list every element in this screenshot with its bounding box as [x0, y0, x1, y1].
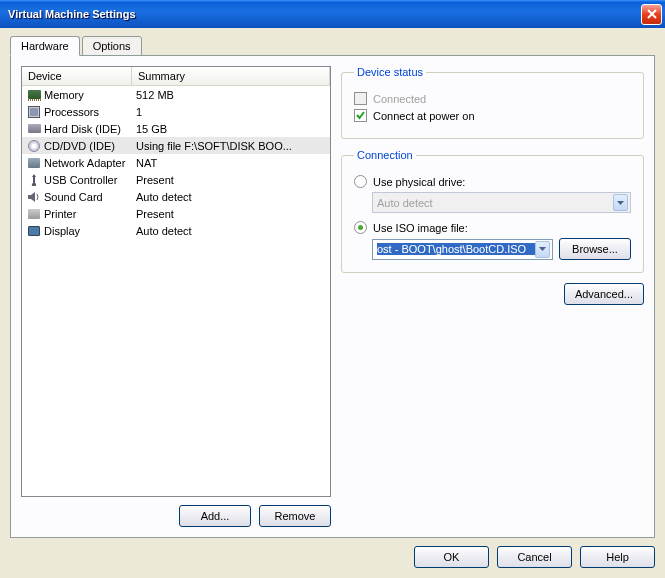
tab-options[interactable]: Options	[82, 36, 142, 56]
connection-legend: Connection	[354, 149, 416, 161]
device-summary: NAT	[136, 157, 326, 169]
device-summary: Auto detect	[136, 191, 326, 203]
harddisk-icon	[26, 122, 42, 136]
device-status-group: Device status Connected Connect at power…	[341, 66, 644, 139]
chevron-down-icon	[613, 194, 628, 211]
cancel-button[interactable]: Cancel	[497, 546, 572, 568]
device-row[interactable]: PrinterPresent	[22, 205, 330, 222]
printer-icon	[26, 207, 42, 221]
iso-radio[interactable]	[354, 221, 367, 234]
physical-drive-radio[interactable]	[354, 175, 367, 188]
check-icon	[355, 110, 366, 121]
advanced-row: Advanced...	[341, 283, 644, 305]
physical-drive-label: Use physical drive:	[373, 176, 465, 188]
physical-drive-combo-row: Auto detect	[372, 192, 631, 213]
device-name: Memory	[44, 89, 136, 101]
device-table-header: Device Summary	[22, 67, 330, 86]
physical-drive-value: Auto detect	[377, 197, 613, 209]
network-icon	[26, 156, 42, 170]
iso-combo-row: ost - BOOT\ghost\BootCD.ISO Browse...	[372, 238, 631, 260]
iso-value: ost - BOOT\ghost\BootCD.ISO	[377, 243, 535, 255]
dialog-content: Hardware Options Device Summary Memory51…	[0, 28, 665, 578]
device-summary: 15 GB	[136, 123, 326, 135]
device-status-legend: Device status	[354, 66, 426, 78]
tab-strip: Hardware Options	[10, 36, 655, 56]
device-row[interactable]: Processors1	[22, 103, 330, 120]
close-icon	[647, 9, 657, 19]
remove-button[interactable]: Remove	[259, 505, 331, 527]
add-button[interactable]: Add...	[179, 505, 251, 527]
display-icon	[26, 224, 42, 238]
memory-icon	[26, 88, 42, 102]
device-name: USB Controller	[44, 174, 136, 186]
left-panel: Device Summary Memory512 MBProcessors1Ha…	[21, 66, 331, 527]
right-panel: Device status Connected Connect at power…	[341, 66, 644, 527]
usb-icon	[26, 173, 42, 187]
connected-row[interactable]: Connected	[354, 92, 631, 105]
device-name: Hard Disk (IDE)	[44, 123, 136, 135]
device-summary: Using file F:\SOFT\DISK BOO...	[136, 140, 326, 152]
device-summary: 512 MB	[136, 89, 326, 101]
connected-checkbox	[354, 92, 367, 105]
device-table: Device Summary Memory512 MBProcessors1Ha…	[21, 66, 331, 497]
device-row[interactable]: Sound CardAuto detect	[22, 188, 330, 205]
device-name: Sound Card	[44, 191, 136, 203]
tab-panel: Device Summary Memory512 MBProcessors1Ha…	[10, 55, 655, 538]
processors-icon	[26, 105, 42, 119]
iso-combo[interactable]: ost - BOOT\ghost\BootCD.ISO	[372, 239, 553, 260]
device-summary: Present	[136, 208, 326, 220]
device-summary: Present	[136, 174, 326, 186]
window-title: Virtual Machine Settings	[8, 8, 641, 20]
connect-poweron-row[interactable]: Connect at power on	[354, 109, 631, 122]
chevron-down-icon[interactable]	[535, 241, 550, 258]
iso-row[interactable]: Use ISO image file:	[354, 221, 631, 234]
device-name: Network Adapter	[44, 157, 136, 169]
connect-poweron-checkbox[interactable]	[354, 109, 367, 122]
left-button-row: Add... Remove	[21, 505, 331, 527]
device-name: Printer	[44, 208, 136, 220]
browse-button[interactable]: Browse...	[559, 238, 631, 260]
device-summary: Auto detect	[136, 225, 326, 237]
device-name: Display	[44, 225, 136, 237]
help-button[interactable]: Help	[580, 546, 655, 568]
device-name: CD/DVD (IDE)	[44, 140, 136, 152]
device-summary: 1	[136, 106, 326, 118]
col-header-summary[interactable]: Summary	[132, 67, 330, 86]
sound-icon	[26, 190, 42, 204]
device-row[interactable]: Hard Disk (IDE)15 GB	[22, 120, 330, 137]
connection-group: Connection Use physical drive: Auto dete…	[341, 149, 644, 273]
close-button[interactable]	[641, 4, 662, 25]
titlebar[interactable]: Virtual Machine Settings	[0, 0, 665, 28]
device-row[interactable]: DisplayAuto detect	[22, 222, 330, 239]
dialog-footer: OK Cancel Help	[10, 538, 655, 568]
ok-button[interactable]: OK	[414, 546, 489, 568]
device-row[interactable]: Network AdapterNAT	[22, 154, 330, 171]
physical-drive-row[interactable]: Use physical drive:	[354, 175, 631, 188]
connected-label: Connected	[373, 93, 426, 105]
physical-drive-combo: Auto detect	[372, 192, 631, 213]
tab-hardware[interactable]: Hardware	[10, 36, 80, 56]
iso-label: Use ISO image file:	[373, 222, 468, 234]
device-name: Processors	[44, 106, 136, 118]
device-row[interactable]: USB ControllerPresent	[22, 171, 330, 188]
device-row[interactable]: CD/DVD (IDE)Using file F:\SOFT\DISK BOO.…	[22, 137, 330, 154]
col-header-device[interactable]: Device	[22, 67, 132, 86]
connect-poweron-label: Connect at power on	[373, 110, 475, 122]
device-row[interactable]: Memory512 MB	[22, 86, 330, 103]
advanced-button[interactable]: Advanced...	[564, 283, 644, 305]
cddvd-icon	[26, 139, 42, 153]
